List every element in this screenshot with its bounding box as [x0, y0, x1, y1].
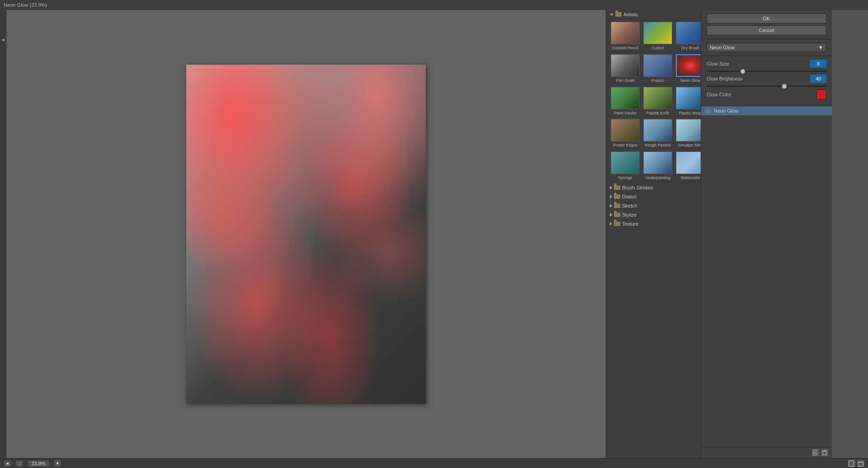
glow-size-slider-thumb[interactable]: [741, 69, 745, 74]
category-sketch[interactable]: Sketch: [606, 201, 701, 210]
thumb-img-plastic-wrap: [676, 87, 701, 109]
thumb-label-fresco: Fresco: [651, 78, 664, 83]
thumb-dry-brush[interactable]: Dry Brush: [675, 21, 701, 52]
thumb-label-rough-pastels: Rough Pastels: [645, 143, 671, 148]
status-btn-left[interactable]: ■: [4, 460, 12, 467]
bottom-page-icon[interactable]: [848, 460, 855, 467]
thumb-img-paint-daubs: [611, 87, 640, 109]
category-artistic-label: Artistic: [623, 12, 638, 17]
glow-color-label: Glow Color: [707, 92, 816, 97]
triangle-collapsed-icon: [610, 186, 612, 189]
glow-brightness-slider-thumb[interactable]: [782, 84, 787, 89]
cancel-button[interactable]: Cancel: [707, 25, 826, 35]
folder-sketch-icon: [614, 203, 620, 208]
triangle-texture-icon: [610, 222, 612, 226]
thumb-paint-daubs[interactable]: Paint Daubs: [610, 86, 641, 117]
effect-dropdown[interactable]: Neon Glow ▼: [707, 43, 826, 52]
thumb-label-plastic-wrap: Plastic Wrap: [679, 111, 701, 116]
ok-button[interactable]: OK: [707, 14, 826, 24]
thumb-label-dry-brush: Dry Brush: [681, 46, 699, 51]
svg-rect-0: [813, 450, 817, 455]
category-texture[interactable]: Texture: [606, 219, 701, 228]
thumb-label-poster-edges: Poster Edges: [613, 143, 637, 148]
thumb-sponge[interactable]: Sponge: [610, 151, 641, 181]
category-distort[interactable]: Distort: [606, 192, 701, 201]
category-brush-strokes-label: Brush Strokes: [622, 185, 653, 190]
thumb-img-sponge: [611, 151, 640, 174]
zoom-input[interactable]: [27, 460, 50, 467]
thumb-palette-knife[interactable]: Palette Knife: [642, 86, 673, 117]
triangle-open-icon: [610, 14, 613, 16]
glow-size-slider-track[interactable]: [707, 71, 826, 72]
bottom-trash-icon[interactable]: [857, 460, 864, 467]
thumb-film-grain[interactable]: Film Grain: [610, 53, 641, 84]
glow-size-label: Glow Size: [707, 61, 810, 66]
glow-brightness-label: Glow Brightness: [707, 76, 810, 81]
folder-distort-icon: [614, 194, 620, 199]
delete-effect-button[interactable]: [821, 449, 828, 456]
status-btn-right[interactable]: □: [15, 460, 24, 467]
glow-size-input[interactable]: [810, 60, 826, 68]
thumb-img-rough-pastels: [643, 119, 672, 142]
thumb-img-watercolor: [676, 151, 701, 174]
category-artistic[interactable]: Artistic: [606, 10, 701, 19]
zoom-dropdown[interactable]: ▼: [53, 459, 61, 468]
thumb-neon-glow[interactable]: Neon Glow: [675, 53, 701, 84]
thumb-label-neon-glow: Neon Glow: [680, 78, 701, 83]
triangle-sketch-icon: [610, 204, 612, 208]
layer-icons-bar: [701, 447, 832, 458]
settings-right-panel: OK Cancel Neon Glow ▼ Glow Size: [701, 10, 832, 458]
triangle-stylize-icon: [610, 213, 612, 217]
svg-rect-3: [823, 451, 826, 455]
folder-stylize-icon: [614, 213, 620, 217]
category-sketch-label: Sketch: [622, 203, 637, 208]
eye-icon[interactable]: [705, 109, 711, 113]
thumb-plastic-wrap[interactable]: Plastic Wrap: [675, 86, 701, 117]
thumbnail-grid: Colored Pencil Cutout Dry Brush Film Gra…: [606, 19, 701, 183]
category-distort-label: Distort: [622, 194, 637, 199]
thumb-img-dry-brush: [676, 22, 701, 44]
canvas-container: [186, 65, 426, 404]
category-brush-strokes[interactable]: Brush Strokes: [606, 183, 701, 192]
thumb-cutout[interactable]: Cutout: [642, 21, 673, 52]
thumb-img-neon-glow: [676, 54, 701, 77]
thumb-img-colored-pencil: [611, 22, 640, 44]
window-title: Neon Glow (23.9%): [4, 2, 47, 8]
thumb-rough-pastels[interactable]: Rough Pastels: [642, 118, 673, 149]
effect-selector-area: Neon Glow ▼: [701, 39, 832, 56]
thumb-label-palette-knife: Palette Knife: [646, 111, 669, 116]
canvas-image: [186, 65, 426, 404]
glow-brightness-row: Glow Brightness: [707, 75, 826, 83]
main-area: ◀ Artistic Colored Pencil: [0, 10, 868, 458]
thumb-underpainting[interactable]: Underpainting: [642, 151, 673, 181]
thumb-colored-pencil[interactable]: Colored Pencil: [610, 21, 641, 52]
status-bar: ■ □ ▼: [0, 458, 868, 468]
new-effect-button[interactable]: [812, 449, 819, 456]
left-arrow-icon: ◀: [0, 37, 5, 42]
thumb-img-fresco: [643, 54, 672, 77]
thumb-fresco[interactable]: Fresco: [642, 53, 673, 84]
glow-color-row: Glow Color: [707, 90, 826, 99]
folder-icon: [615, 12, 622, 17]
glow-brightness-slider-track[interactable]: [707, 85, 826, 87]
svg-rect-9: [859, 462, 863, 466]
canvas-area: [6, 10, 606, 458]
thumb-img-palette-knife: [643, 87, 672, 109]
effect-dropdown-chevron: ▼: [818, 45, 823, 50]
thumb-poster-edges[interactable]: Poster Edges: [610, 118, 641, 149]
layers-area: Neon Glow: [701, 106, 832, 447]
thumb-label-film-grain: Film Grain: [616, 78, 635, 83]
glow-color-swatch[interactable]: [816, 90, 826, 99]
layer-neon-glow[interactable]: Neon Glow: [701, 106, 832, 115]
ok-cancel-area: OK Cancel: [701, 10, 832, 39]
folder-brush-icon: [614, 185, 620, 190]
thumb-smudge-stick[interactable]: Smudge Stick: [675, 118, 701, 149]
thumb-label-underpainting: Underpainting: [645, 175, 670, 180]
thumb-img-cutout: [643, 22, 672, 44]
thumb-label-paint-daubs: Paint Daubs: [614, 111, 636, 116]
effect-dropdown-label: Neon Glow: [710, 45, 734, 50]
thumb-watercolor[interactable]: Watercolor: [675, 151, 701, 181]
folder-texture-icon: [614, 222, 620, 226]
category-stylize[interactable]: Stylize: [606, 210, 701, 219]
glow-brightness-input[interactable]: [810, 75, 826, 83]
